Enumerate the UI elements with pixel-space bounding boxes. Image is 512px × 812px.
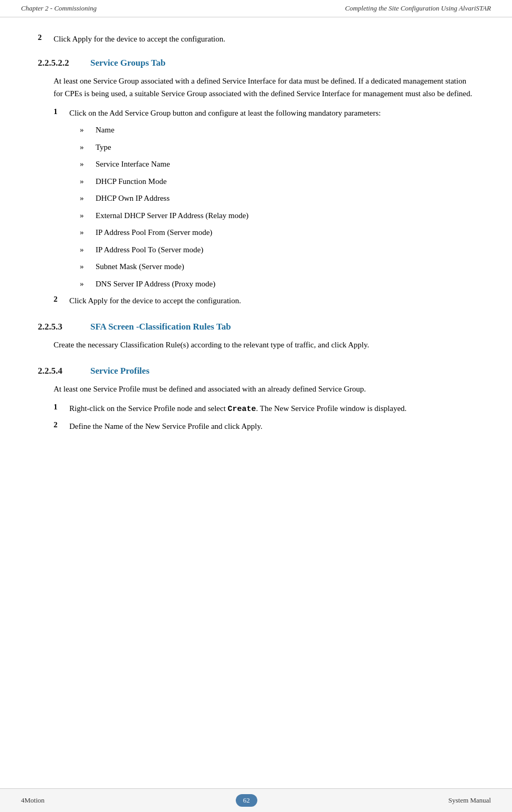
section-2252-step2-number: 2 xyxy=(54,295,69,307)
bullet-item: »Type xyxy=(80,141,474,153)
section-2254-step1: 1 Right-click on the Service Profile nod… xyxy=(54,403,474,416)
bullet-item: »IP Address Pool To (Server mode) xyxy=(80,244,474,256)
section-2253-title: SFA Screen -Classification Rules Tab xyxy=(90,322,231,332)
section-2253-body: Create the necessary Classification Rule… xyxy=(54,338,474,351)
bullet-text: Subnet Mask (Server mode) xyxy=(96,261,474,273)
header-right: Completing the Site Configuration Using … xyxy=(345,4,491,13)
bullet-arrow-icon: » xyxy=(80,192,92,204)
bullet-item: »DHCP Own IP Address xyxy=(80,192,474,204)
bullet-item: »Subnet Mask (Server mode) xyxy=(80,261,474,273)
bullet-arrow-icon: » xyxy=(80,124,92,136)
footer-left: 4Motion xyxy=(21,796,45,805)
section-2254-step2-text: Define the Name of the New Service Profi… xyxy=(69,420,474,433)
footer-right: System Manual xyxy=(448,796,491,805)
bullet-text: DHCP Own IP Address xyxy=(96,192,474,204)
bullet-list: »Name»Type»Service Interface Name»DHCP F… xyxy=(80,124,474,290)
page-content: 2 Click Apply for the device to accept t… xyxy=(0,17,512,480)
section-2252-number: 2.2.5.2.2 xyxy=(38,58,90,68)
bullet-text: Name xyxy=(96,124,474,136)
section-2254-step1-text-after: . The New Service Profile window is disp… xyxy=(256,404,407,413)
page-header: Chapter 2 - Commissioning Completing the… xyxy=(0,0,512,17)
bullet-item: »External DHCP Server IP Address (Relay … xyxy=(80,210,474,222)
bullet-arrow-icon: » xyxy=(80,244,92,256)
bullet-item: »IP Address Pool From (Server mode) xyxy=(80,227,474,239)
bullet-item: »Service Interface Name xyxy=(80,158,474,170)
bullet-item: »DHCP Function Mode xyxy=(80,176,474,188)
bullet-arrow-icon: » xyxy=(80,141,92,153)
section-2252-body-block: At least one Service Group associated wi… xyxy=(54,75,474,307)
section-2254-step1-text-before: Right-click on the Service Profile node … xyxy=(69,404,228,413)
section-2253-body-block: Create the necessary Classification Rule… xyxy=(54,338,474,351)
bullet-text: Service Interface Name xyxy=(96,158,474,170)
bullet-text: IP Address Pool From (Server mode) xyxy=(96,227,474,239)
bullet-item: »Name xyxy=(80,124,474,136)
section-2254-body: At least one Service Profile must be def… xyxy=(54,383,474,395)
section-2254-number: 2.2.5.4 xyxy=(38,366,90,376)
bullet-text: DHCP Function Mode xyxy=(96,176,474,188)
section-2252-step2: 2 Click Apply for the device to accept t… xyxy=(54,295,474,307)
section-2252-body: At least one Service Group associated wi… xyxy=(54,75,474,100)
section-2254-step1-number: 1 xyxy=(54,403,69,416)
section-2254-title: Service Profiles xyxy=(90,366,150,376)
bullet-item: »DNS Server IP Address (Proxy mode) xyxy=(80,278,474,290)
bullet-arrow-icon: » xyxy=(80,227,92,239)
bullet-arrow-icon: » xyxy=(80,158,92,170)
section-2252-step1: 1 Click on the Add Service Group button … xyxy=(54,107,474,119)
section-2254-step2-number: 2 xyxy=(54,420,69,433)
section-2254-step2: 2 Define the Name of the New Service Pro… xyxy=(54,420,474,433)
section-2252-step1-number: 1 xyxy=(54,107,69,119)
bullet-text: IP Address Pool To (Server mode) xyxy=(96,244,474,256)
page-footer: 4Motion 62 System Manual xyxy=(0,788,512,812)
header-left: Chapter 2 - Commissioning xyxy=(21,4,97,13)
intro-step-2: 2 Click Apply for the device to accept t… xyxy=(38,33,474,45)
section-2252-heading: 2.2.5.2.2 Service Groups Tab xyxy=(38,58,474,68)
bullet-arrow-icon: » xyxy=(80,210,92,222)
bullet-arrow-icon: » xyxy=(80,278,92,290)
section-2254-step1-bold: Create xyxy=(228,405,256,414)
section-2254-step1-text: Right-click on the Service Profile node … xyxy=(69,403,474,416)
section-2253-number: 2.2.5.3 xyxy=(38,322,90,332)
section-2254-body-block: At least one Service Profile must be def… xyxy=(54,383,474,433)
bullet-arrow-icon: » xyxy=(80,176,92,188)
bullet-text: Type xyxy=(96,141,474,153)
section-2254-heading: 2.2.5.4 Service Profiles xyxy=(38,366,474,376)
section-2253-heading: 2.2.5.3 SFA Screen -Classification Rules… xyxy=(38,322,474,332)
intro-step-text: Click Apply for the device to accept the… xyxy=(54,33,474,45)
intro-step-number: 2 xyxy=(38,33,54,45)
bullet-arrow-icon: » xyxy=(80,261,92,273)
bullet-text: DNS Server IP Address (Proxy mode) xyxy=(96,278,474,290)
bullet-text: External DHCP Server IP Address (Relay m… xyxy=(96,210,474,222)
footer-page-number: 62 xyxy=(236,794,257,807)
section-2252-title: Service Groups Tab xyxy=(90,58,165,68)
section-2252-step1-text: Click on the Add Service Group button an… xyxy=(69,107,474,119)
section-2252-step2-text: Click Apply for the device to accept the… xyxy=(69,295,474,307)
